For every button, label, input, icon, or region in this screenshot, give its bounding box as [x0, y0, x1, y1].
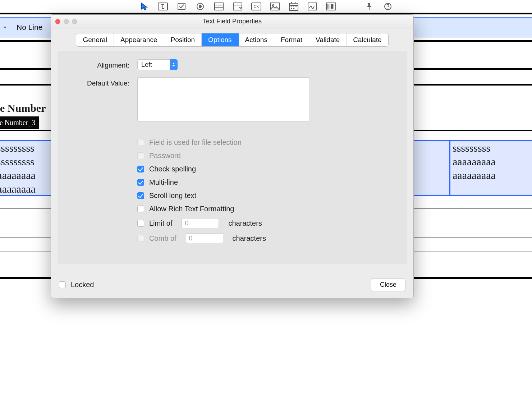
comb-of-input[interactable]: [186, 233, 223, 243]
help-icon[interactable]: [383, 1, 393, 11]
comb-of-label: Comb of: [149, 234, 176, 243]
svg-point-9: [272, 5, 274, 6]
page-header: age Number: [0, 102, 46, 114]
scroll-long-text-checkbox[interactable]: [137, 192, 144, 199]
limit-of-suffix: characters: [228, 219, 262, 227]
alignment-value: Left: [137, 59, 170, 70]
svg-point-3: [199, 5, 201, 8]
file-selection-checkbox: [137, 139, 144, 146]
window-zoom-button[interactable]: [72, 19, 77, 24]
dialog-tabs: General Appearance Position Options Acti…: [76, 33, 388, 46]
svg-rect-5: [233, 3, 242, 10]
pointer-icon[interactable]: [139, 1, 149, 11]
svg-rect-1: [178, 3, 185, 10]
select-arrow-icon: [170, 59, 178, 70]
options-panel: Alignment: Left Default Value: Field is …: [58, 51, 407, 264]
tab-position[interactable]: Position: [164, 33, 202, 46]
comb-of-checkbox: [137, 235, 144, 242]
ok-button-tool-icon[interactable]: OK: [251, 1, 261, 11]
file-selection-label: Field is used for file selection: [149, 138, 242, 147]
main-toolbar: OK: [0, 0, 532, 13]
limit-of-input[interactable]: [182, 218, 219, 228]
locked-checkbox[interactable]: [59, 281, 66, 288]
tab-actions[interactable]: Actions: [239, 33, 274, 46]
dialog-titlebar: Text Field Properties: [51, 15, 413, 28]
date-tool-icon[interactable]: [289, 1, 299, 11]
text-field-tool-icon[interactable]: [158, 1, 168, 11]
tab-calculate[interactable]: Calculate: [347, 33, 388, 46]
svg-rect-8: [271, 3, 279, 10]
limit-of-label: Limit of: [149, 219, 172, 227]
alignment-select[interactable]: Left: [137, 59, 178, 70]
rich-text-checkbox[interactable]: [137, 206, 144, 212]
radio-tool-icon[interactable]: [195, 1, 205, 11]
rich-text-label: Allow Rich Text Formatting: [149, 205, 234, 213]
body-text: aaaaaaaaa: [453, 155, 532, 169]
tab-options[interactable]: Options: [202, 33, 238, 46]
signature-tool-icon[interactable]: [307, 1, 317, 11]
tab-appearance[interactable]: Appearance: [114, 33, 164, 46]
tab-format[interactable]: Format: [274, 33, 309, 46]
default-value-textarea[interactable]: [137, 77, 310, 122]
check-spelling-checkbox[interactable]: [137, 166, 144, 172]
pin-icon[interactable]: [364, 1, 374, 11]
selected-field-name[interactable]: age Number_3: [0, 116, 39, 129]
comb-of-suffix: characters: [233, 234, 266, 243]
body-text: sssssssss: [453, 141, 532, 155]
limit-of-checkbox[interactable]: [137, 220, 144, 227]
scroll-long-text-label: Scroll long text: [149, 192, 196, 200]
tab-validate[interactable]: Validate: [309, 33, 347, 46]
dropdown-tool-icon[interactable]: [233, 1, 243, 11]
default-value-label: Default Value:: [58, 77, 129, 87]
svg-text:OK: OK: [254, 5, 259, 9]
list-tool-icon[interactable]: [214, 1, 224, 11]
check-spelling-label: Check spelling: [149, 165, 196, 173]
window-close-button[interactable]: [55, 19, 60, 24]
close-button[interactable]: Close: [371, 278, 405, 291]
image-tool-icon[interactable]: [270, 1, 280, 11]
form-text-field-right[interactable]: sssssssss aaaaaaaaa aaaaaaaaa: [449, 140, 532, 196]
checkbox-tool-icon[interactable]: [176, 1, 187, 11]
text-field-properties-dialog: Text Field Properties General Appearance…: [51, 14, 414, 298]
multi-line-label: Multi-line: [149, 178, 178, 187]
barcode-tool-icon[interactable]: [326, 1, 336, 11]
line-style-dropdown-icon[interactable]: ▼: [2, 21, 8, 34]
svg-point-14: [387, 8, 388, 9]
svg-rect-4: [215, 3, 223, 10]
password-label: Password: [149, 152, 181, 160]
tab-general[interactable]: General: [76, 33, 114, 46]
line-style-label[interactable]: No Line: [17, 23, 42, 32]
locked-label: Locked: [71, 281, 94, 289]
dialog-title: Text Field Properties: [203, 18, 262, 25]
password-checkbox: [137, 152, 144, 159]
body-text: aaaaaaaaa: [453, 169, 532, 182]
alignment-label: Alignment:: [58, 59, 129, 69]
multi-line-checkbox[interactable]: [137, 179, 144, 186]
window-minimize-button[interactable]: [64, 19, 69, 24]
